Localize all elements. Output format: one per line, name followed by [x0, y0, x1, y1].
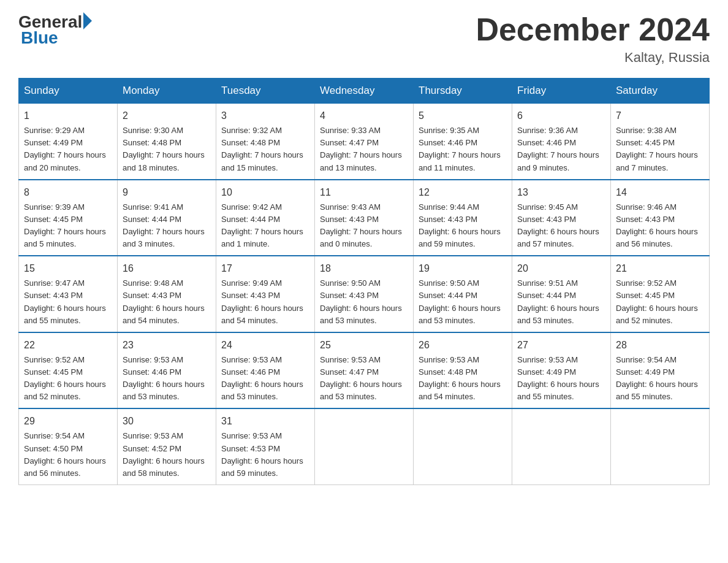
calendar-cell: 27Sunrise: 9:53 AMSunset: 4:49 PMDayligh…: [512, 332, 611, 409]
calendar-week-row: 29Sunrise: 9:54 AMSunset: 4:50 PMDayligh…: [19, 408, 710, 484]
day-number: 2: [123, 109, 211, 123]
day-header-monday: Monday: [118, 79, 216, 104]
day-number: 4: [320, 109, 408, 123]
day-info: Sunrise: 9:53 AMSunset: 4:53 PMDaylight:…: [221, 430, 309, 480]
day-info: Sunrise: 9:53 AMSunset: 4:47 PMDaylight:…: [320, 354, 408, 404]
day-number: 24: [221, 338, 309, 353]
calendar-cell: 2Sunrise: 9:30 AMSunset: 4:48 PMDaylight…: [118, 104, 216, 180]
day-number: 13: [517, 185, 605, 200]
calendar-cell: 12Sunrise: 9:44 AMSunset: 4:43 PMDayligh…: [414, 180, 512, 256]
day-number: 12: [419, 185, 507, 200]
day-number: 6: [517, 109, 605, 123]
day-info: Sunrise: 9:46 AMSunset: 4:43 PMDaylight:…: [616, 201, 704, 251]
day-number: 11: [320, 185, 408, 200]
day-info: Sunrise: 9:48 AMSunset: 4:43 PMDaylight:…: [123, 277, 211, 327]
day-info: Sunrise: 9:32 AMSunset: 4:48 PMDaylight:…: [221, 124, 309, 174]
day-number: 14: [616, 185, 704, 200]
day-info: Sunrise: 9:54 AMSunset: 4:50 PMDaylight:…: [24, 430, 112, 480]
calendar-cell: 13Sunrise: 9:45 AMSunset: 4:43 PMDayligh…: [512, 180, 611, 256]
calendar-week-row: 22Sunrise: 9:52 AMSunset: 4:45 PMDayligh…: [19, 332, 710, 409]
calendar-cell: 23Sunrise: 9:53 AMSunset: 4:46 PMDayligh…: [118, 332, 216, 409]
calendar-cell: 18Sunrise: 9:50 AMSunset: 4:43 PMDayligh…: [315, 256, 414, 332]
logo: General Blue: [18, 12, 92, 48]
day-info: Sunrise: 9:35 AMSunset: 4:46 PMDaylight:…: [419, 124, 507, 174]
day-info: Sunrise: 9:53 AMSunset: 4:52 PMDaylight:…: [123, 430, 211, 480]
day-info: Sunrise: 9:53 AMSunset: 4:48 PMDaylight:…: [419, 354, 507, 404]
calendar-cell: 4Sunrise: 9:33 AMSunset: 4:47 PMDaylight…: [315, 104, 414, 180]
day-number: 1: [24, 109, 112, 123]
day-number: 7: [616, 109, 704, 123]
calendar-week-row: 15Sunrise: 9:47 AMSunset: 4:43 PMDayligh…: [19, 256, 710, 332]
day-info: Sunrise: 9:43 AMSunset: 4:43 PMDaylight:…: [320, 201, 408, 251]
day-info: Sunrise: 9:51 AMSunset: 4:44 PMDaylight:…: [517, 277, 605, 327]
day-info: Sunrise: 9:38 AMSunset: 4:45 PMDaylight:…: [616, 124, 704, 174]
calendar-cell: 25Sunrise: 9:53 AMSunset: 4:47 PMDayligh…: [315, 332, 414, 409]
day-info: Sunrise: 9:52 AMSunset: 4:45 PMDaylight:…: [24, 354, 112, 404]
calendar-cell: 29Sunrise: 9:54 AMSunset: 4:50 PMDayligh…: [19, 408, 118, 484]
calendar-week-row: 1Sunrise: 9:29 AMSunset: 4:49 PMDaylight…: [19, 104, 710, 180]
day-number: 28: [616, 338, 704, 353]
day-info: Sunrise: 9:36 AMSunset: 4:46 PMDaylight:…: [517, 124, 605, 174]
day-info: Sunrise: 9:29 AMSunset: 4:49 PMDaylight:…: [24, 124, 112, 174]
day-info: Sunrise: 9:44 AMSunset: 4:43 PMDaylight:…: [419, 201, 507, 251]
day-info: Sunrise: 9:41 AMSunset: 4:44 PMDaylight:…: [123, 201, 211, 251]
calendar-cell: 8Sunrise: 9:39 AMSunset: 4:45 PMDaylight…: [19, 180, 118, 256]
calendar-cell: 20Sunrise: 9:51 AMSunset: 4:44 PMDayligh…: [512, 256, 611, 332]
title-section: December 2024 Kaltay, Russia: [476, 12, 710, 66]
day-info: Sunrise: 9:33 AMSunset: 4:47 PMDaylight:…: [320, 124, 408, 174]
day-number: 26: [419, 338, 507, 353]
calendar-cell: 30Sunrise: 9:53 AMSunset: 4:52 PMDayligh…: [118, 408, 216, 484]
day-number: 30: [123, 414, 211, 429]
calendar-cell: 6Sunrise: 9:36 AMSunset: 4:46 PMDaylight…: [512, 104, 611, 180]
logo-arrow-icon: [83, 12, 92, 29]
day-info: Sunrise: 9:45 AMSunset: 4:43 PMDaylight:…: [517, 201, 605, 251]
day-info: Sunrise: 9:50 AMSunset: 4:43 PMDaylight:…: [320, 277, 408, 327]
day-number: 5: [419, 109, 507, 123]
day-number: 15: [24, 261, 112, 276]
day-info: Sunrise: 9:53 AMSunset: 4:46 PMDaylight:…: [221, 354, 309, 404]
page-header: General Blue December 2024 Kaltay, Russi…: [18, 12, 710, 66]
calendar-table: SundayMondayTuesdayWednesdayThursdayFrid…: [18, 78, 710, 485]
days-of-week-row: SundayMondayTuesdayWednesdayThursdayFrid…: [19, 79, 710, 104]
day-number: 16: [123, 261, 211, 276]
day-number: 29: [24, 414, 112, 429]
calendar-cell: 11Sunrise: 9:43 AMSunset: 4:43 PMDayligh…: [315, 180, 414, 256]
calendar-cell: 24Sunrise: 9:53 AMSunset: 4:46 PMDayligh…: [216, 332, 315, 409]
calendar-cell: 26Sunrise: 9:53 AMSunset: 4:48 PMDayligh…: [414, 332, 512, 409]
calendar-cell: 19Sunrise: 9:50 AMSunset: 4:44 PMDayligh…: [414, 256, 512, 332]
calendar-cell: 16Sunrise: 9:48 AMSunset: 4:43 PMDayligh…: [118, 256, 216, 332]
calendar-cell: [512, 408, 611, 484]
calendar-cell: 28Sunrise: 9:54 AMSunset: 4:49 PMDayligh…: [611, 332, 710, 409]
calendar-cell: 7Sunrise: 9:38 AMSunset: 4:45 PMDaylight…: [611, 104, 710, 180]
calendar-body: 1Sunrise: 9:29 AMSunset: 4:49 PMDaylight…: [19, 104, 710, 485]
calendar-cell: 9Sunrise: 9:41 AMSunset: 4:44 PMDaylight…: [118, 180, 216, 256]
day-number: 19: [419, 261, 507, 276]
day-number: 25: [320, 338, 408, 353]
calendar-header: SundayMondayTuesdayWednesdayThursdayFrid…: [19, 79, 710, 104]
day-number: 17: [221, 261, 309, 276]
day-number: 22: [24, 338, 112, 353]
day-header-sunday: Sunday: [19, 79, 118, 104]
day-header-tuesday: Tuesday: [216, 79, 315, 104]
calendar-cell: 22Sunrise: 9:52 AMSunset: 4:45 PMDayligh…: [19, 332, 118, 409]
calendar-cell: [315, 408, 414, 484]
day-info: Sunrise: 9:47 AMSunset: 4:43 PMDaylight:…: [24, 277, 112, 327]
calendar-cell: 21Sunrise: 9:52 AMSunset: 4:45 PMDayligh…: [611, 256, 710, 332]
calendar-cell: 15Sunrise: 9:47 AMSunset: 4:43 PMDayligh…: [19, 256, 118, 332]
day-info: Sunrise: 9:53 AMSunset: 4:49 PMDaylight:…: [517, 354, 605, 404]
day-header-wednesday: Wednesday: [315, 79, 414, 104]
day-info: Sunrise: 9:54 AMSunset: 4:49 PMDaylight:…: [616, 354, 704, 404]
day-number: 9: [123, 185, 211, 200]
day-info: Sunrise: 9:49 AMSunset: 4:43 PMDaylight:…: [221, 277, 309, 327]
day-number: 23: [123, 338, 211, 353]
day-header-saturday: Saturday: [611, 79, 710, 104]
day-header-friday: Friday: [512, 79, 611, 104]
day-number: 20: [517, 261, 605, 276]
calendar-cell: 31Sunrise: 9:53 AMSunset: 4:53 PMDayligh…: [216, 408, 315, 484]
day-number: 3: [221, 109, 309, 123]
day-info: Sunrise: 9:39 AMSunset: 4:45 PMDaylight:…: [24, 201, 112, 251]
location-label: Kaltay, Russia: [476, 50, 710, 66]
day-number: 21: [616, 261, 704, 276]
calendar-cell: 17Sunrise: 9:49 AMSunset: 4:43 PMDayligh…: [216, 256, 315, 332]
day-info: Sunrise: 9:50 AMSunset: 4:44 PMDaylight:…: [419, 277, 507, 327]
